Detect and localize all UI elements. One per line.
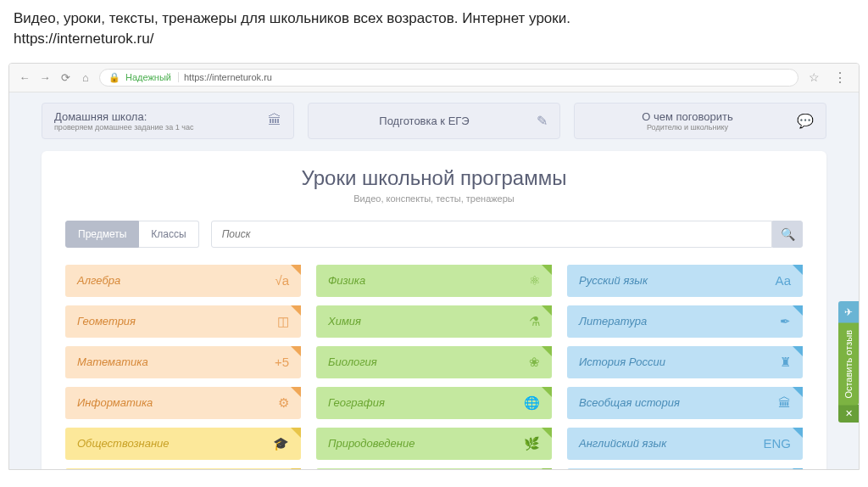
subject-геометрия[interactable]: Геометрия◫ <box>65 305 301 338</box>
subject-label: Информатика <box>77 396 153 409</box>
subject-icon: 🎓 <box>273 436 289 451</box>
caption-line1: Видео, уроки, тексты, тренажеры для школ… <box>14 8 854 29</box>
subject-label: Русский язык <box>579 274 648 287</box>
subject-label: Обществознание <box>77 437 170 450</box>
subject-окружающий-мир[interactable]: Окружающий мир🌍 <box>316 468 552 470</box>
subject-icon: ENG <box>763 436 791 451</box>
promo-title: Домашняя школа: <box>54 110 193 123</box>
subject-русский-язык[interactable]: Русский языкАа <box>567 265 803 297</box>
slide-caption: Видео, уроки, тексты, тренажеры для школ… <box>0 0 868 58</box>
search-icon: 🔍 <box>781 227 795 241</box>
subject-label: Литература <box>579 315 647 327</box>
chat-icon: 💬 <box>797 113 814 129</box>
promo-home-school[interactable]: Домашняя школа: проверяем домашнее задан… <box>42 103 294 139</box>
view-tabs: Предметы Классы <box>65 221 199 248</box>
subject-label: Геометрия <box>77 315 136 327</box>
menu-icon[interactable]: ⋮ <box>830 70 850 86</box>
subject-icon: ❀ <box>529 355 540 370</box>
subject-label: Математика <box>77 355 148 368</box>
controls-row: Предметы Классы 🔍 <box>65 221 803 248</box>
page-content: Домашняя школа: проверяем домашнее задан… <box>9 92 859 470</box>
subject-математика[interactable]: Математика+5 <box>65 346 301 378</box>
subject-icon: ◫ <box>277 314 289 329</box>
edit-icon: ✎ <box>537 113 548 129</box>
subject-label: История России <box>579 355 665 368</box>
subject-обществознание[interactable]: Обществознание🎓 <box>65 428 301 460</box>
subject-label: Всеобщая история <box>579 396 680 409</box>
search-button[interactable]: 🔍 <box>772 221 803 248</box>
subject-алгебра[interactable]: Алгебра√a <box>65 265 301 297</box>
subject-icon: 🌐 <box>524 395 540 411</box>
feedback-label[interactable]: Оставить отзыв <box>838 323 859 406</box>
subject-icon: √a <box>275 273 289 288</box>
subject-обж[interactable]: ОБЖ⛑ <box>65 468 301 470</box>
promo-talk[interactable]: О чем поговорить Родителю и школьнику 💬 <box>574 103 826 139</box>
close-icon[interactable]: ✕ <box>838 405 859 423</box>
promo-sub: Родителю и школьнику <box>587 123 788 132</box>
url-text: https://interneturok.ru <box>184 72 272 82</box>
subject-литература[interactable]: Литература✒ <box>567 305 803 338</box>
subject-icon: ⚛ <box>529 273 540 288</box>
subjects-grid: Алгебра√aФизика⚛Русский языкАаГеометрия◫… <box>65 265 803 470</box>
promo-ege[interactable]: Подготовка к ЕГЭ ✎ <box>308 103 560 139</box>
forward-icon[interactable]: → <box>38 70 52 84</box>
subject-label: География <box>328 396 385 409</box>
subject-чтение[interactable]: Чтение📖 <box>567 468 803 470</box>
subject-label: Химия <box>328 315 361 327</box>
tab-classes[interactable]: Классы <box>139 221 198 248</box>
subject-icon: ⚗ <box>529 314 540 329</box>
subject-label: Алгебра <box>77 274 120 287</box>
promo-title: Подготовка к ЕГЭ <box>320 115 528 127</box>
subject-icon: +5 <box>275 355 289 369</box>
home-icon[interactable]: ⌂ <box>79 70 92 84</box>
subject-icon: 🌿 <box>524 436 540 451</box>
reload-icon[interactable]: ⟳ <box>58 70 72 84</box>
url-bar[interactable]: 🔒 Надежный https://interneturok.ru <box>99 69 798 87</box>
subject-физика[interactable]: Физика⚛ <box>316 265 552 297</box>
subject-география[interactable]: География🌐 <box>316 387 552 419</box>
back-icon[interactable]: ← <box>18 70 31 84</box>
subject-label: Физика <box>328 274 365 287</box>
subject-icon: ✒ <box>780 314 791 329</box>
subject-label: Биология <box>328 355 377 368</box>
page-title: Уроки школьной программы <box>65 166 803 190</box>
lock-icon: 🔒 <box>108 72 120 83</box>
browser-toolbar: ← → ⟳ ⌂ 🔒 Надежный https://interneturok.… <box>9 64 859 92</box>
feedback-widget[interactable]: ✈ Оставить отзыв ✕ <box>838 301 859 423</box>
secure-label: Надежный <box>125 72 179 82</box>
subject-история-россии[interactable]: История России♜ <box>567 346 803 378</box>
search-input[interactable] <box>211 221 772 248</box>
subject-icon: 🏛 <box>778 395 791 410</box>
school-icon: 🏛 <box>268 113 281 128</box>
bookmark-icon[interactable]: ☆ <box>809 70 820 84</box>
page-subtitle: Видео, конспекты, тесты, тренажеры <box>65 193 803 204</box>
subject-информатика[interactable]: Информатика⚙ <box>65 387 301 419</box>
search-box: 🔍 <box>211 221 803 248</box>
subject-icon: Аа <box>775 273 791 288</box>
subject-всеобщая-история[interactable]: Всеобщая история🏛 <box>567 387 803 419</box>
subject-природоведение[interactable]: Природоведение🌿 <box>316 428 552 460</box>
send-icon[interactable]: ✈ <box>838 301 859 323</box>
promo-sub: проверяем домашнее задание за 1 час <box>54 123 193 132</box>
main-card: Уроки школьной программы Видео, конспект… <box>42 151 826 470</box>
subject-биология[interactable]: Биология❀ <box>316 346 552 378</box>
promo-title: О чем поговорить <box>587 110 788 123</box>
subject-icon: ♜ <box>780 355 791 370</box>
subject-химия[interactable]: Химия⚗ <box>316 305 552 338</box>
browser-window: ← → ⟳ ⌂ 🔒 Надежный https://interneturok.… <box>8 63 860 470</box>
promo-bars: Домашняя школа: проверяем домашнее задан… <box>42 103 826 139</box>
subject-icon: ⚙ <box>278 395 289 411</box>
subject-английский-язык[interactable]: Английский языкENG <box>567 428 803 460</box>
subject-label: Природоведение <box>328 437 415 450</box>
caption-line2: https://interneturok.ru/ <box>14 29 854 49</box>
subject-label: Английский язык <box>579 437 666 450</box>
tab-subjects[interactable]: Предметы <box>65 221 139 248</box>
